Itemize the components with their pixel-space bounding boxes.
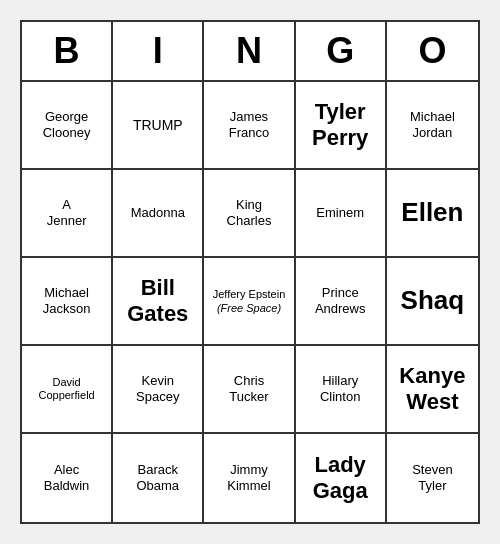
bingo-cell-4: MichaelJordan [387,82,478,170]
bingo-cell-0: GeorgeClooney [22,82,113,170]
cell-text-11: BillGates [127,275,188,328]
cell-text-5: AJenner [47,197,87,228]
bingo-cell-18: HillaryClinton [296,346,387,434]
cell-text-10: MichaelJackson [43,285,91,316]
cell-text-15: DavidCopperfield [38,376,94,402]
bingo-header: BINGO [22,22,478,82]
bingo-cell-13: PrinceAndrews [296,258,387,346]
bingo-cell-20: AlecBaldwin [22,434,113,522]
header-letter-g: G [296,22,387,80]
bingo-cell-8: Eminem [296,170,387,258]
bingo-cell-5: AJenner [22,170,113,258]
bingo-cell-15: DavidCopperfield [22,346,113,434]
cell-text-4: MichaelJordan [410,109,455,140]
cell-text-8: Eminem [316,205,364,221]
header-letter-i: I [113,22,204,80]
cell-text-20: AlecBaldwin [44,462,90,493]
bingo-cell-16: KevinSpacey [113,346,204,434]
bingo-cell-1: TRUMP [113,82,204,170]
bingo-cell-3: TylerPerry [296,82,387,170]
cell-text-2: JamesFranco [229,109,269,140]
cell-text-24: StevenTyler [412,462,452,493]
cell-text-17: ChrisTucker [229,373,268,404]
bingo-cell-22: JimmyKimmel [204,434,295,522]
bingo-cell-6: Madonna [113,170,204,258]
header-letter-b: B [22,22,113,80]
cell-text-21: BarackObama [136,462,179,493]
cell-text-14: Shaq [401,285,465,316]
cell-text-23: LadyGaga [313,452,368,505]
bingo-grid: GeorgeClooneyTRUMPJamesFrancoTylerPerryM… [22,82,478,522]
free-space-name: Jeffery Epstein [213,287,286,301]
cell-text-16: KevinSpacey [136,373,179,404]
header-letter-n: N [204,22,295,80]
bingo-cell-9: Ellen [387,170,478,258]
free-space-label: (Free Space) [213,301,286,315]
bingo-cell-2: JamesFranco [204,82,295,170]
cell-text-19: KanyeWest [399,363,465,416]
bingo-cell-14: Shaq [387,258,478,346]
free-space: Jeffery Epstein (Free Space) [213,287,286,316]
bingo-cell-7: KingCharles [204,170,295,258]
bingo-cell-12: Jeffery Epstein (Free Space) [204,258,295,346]
bingo-cell-10: MichaelJackson [22,258,113,346]
bingo-cell-17: ChrisTucker [204,346,295,434]
cell-text-7: KingCharles [227,197,272,228]
header-letter-o: O [387,22,478,80]
cell-text-0: GeorgeClooney [43,109,91,140]
cell-text-3: TylerPerry [312,99,368,152]
bingo-card: BINGO GeorgeClooneyTRUMPJamesFrancoTyler… [20,20,480,524]
cell-text-18: HillaryClinton [320,373,360,404]
bingo-cell-11: BillGates [113,258,204,346]
cell-text-13: PrinceAndrews [315,285,366,316]
cell-text-9: Ellen [401,197,463,228]
bingo-cell-23: LadyGaga [296,434,387,522]
cell-text-6: Madonna [131,205,185,221]
bingo-cell-24: StevenTyler [387,434,478,522]
cell-text-22: JimmyKimmel [227,462,270,493]
bingo-cell-21: BarackObama [113,434,204,522]
bingo-cell-19: KanyeWest [387,346,478,434]
cell-text-1: TRUMP [133,117,183,134]
